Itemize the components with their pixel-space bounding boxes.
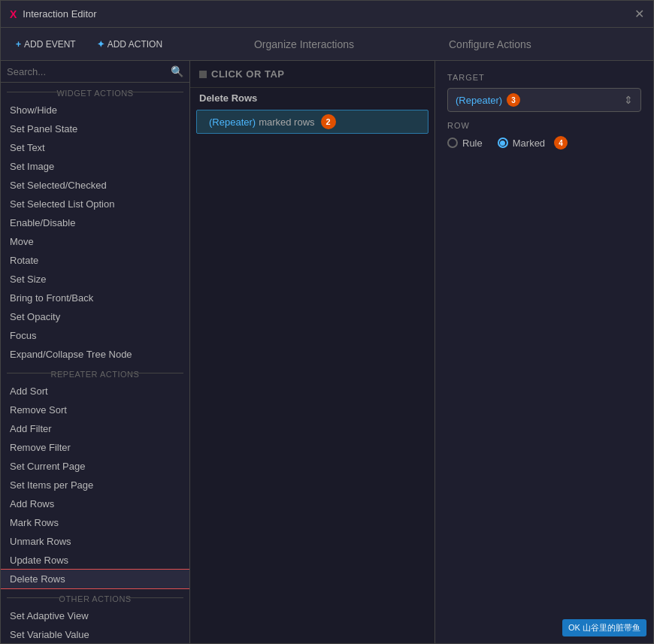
target-badge: 3 xyxy=(507,93,520,107)
action-sub-row[interactable]: (Repeater) marked rows 2 xyxy=(196,110,428,134)
add-action-plus-icon: ✦ xyxy=(97,39,104,50)
radio-rule-circle xyxy=(447,138,458,148)
search-bar: 🔍 xyxy=(1,61,189,83)
app-icon: X xyxy=(10,8,17,20)
action-set-image[interactable]: Set Image xyxy=(1,157,189,176)
action-unmark-rows[interactable]: Unmark Rows xyxy=(1,532,189,551)
radio-marked-circle xyxy=(498,138,508,148)
interaction-event: CLICK OR TAP xyxy=(190,61,434,88)
action-enable-disable[interactable]: Enable/Disable xyxy=(1,213,189,232)
action-mark-rows[interactable]: Mark Rows xyxy=(1,513,189,532)
action-add-filter[interactable]: Add Filter xyxy=(1,419,189,438)
action-row-label: Delete Rows xyxy=(190,88,434,108)
action-set-text[interactable]: Set Text xyxy=(1,138,189,157)
organize-interactions-label: Organize Interactions xyxy=(174,38,434,50)
action-set-opacity[interactable]: Set Opacity xyxy=(1,307,189,326)
repeater-text: (Repeater) xyxy=(209,116,256,128)
add-action-button[interactable]: ✦ ADD ACTION xyxy=(88,35,171,54)
event-header: CLICK OR TAP xyxy=(199,68,425,80)
marked-badge: 4 xyxy=(554,136,568,150)
action-remove-sort[interactable]: Remove Sort xyxy=(1,401,189,419)
title-bar-left: X Interaction Editor xyxy=(10,8,97,20)
close-button[interactable]: ✕ xyxy=(634,8,644,20)
add-event-label: ADD EVENT xyxy=(24,39,76,50)
action-set-items-per-page[interactable]: Set Items per Page xyxy=(1,476,189,494)
action-step-badge: 2 xyxy=(321,114,336,129)
other-actions-header: OTHER ACTIONS xyxy=(1,588,189,606)
window-title: Interaction Editor xyxy=(23,8,96,20)
select-arrows-icon: ⇕ xyxy=(624,94,633,106)
radio-rule[interactable]: Rule xyxy=(447,136,483,150)
action-bring-to-front-back[interactable]: Bring to Front/Back xyxy=(1,289,189,307)
target-select[interactable]: (Repeater) 3 ⇕ xyxy=(447,88,641,112)
configure-actions-label: Configure Actions xyxy=(437,38,647,50)
search-icon: 🔍 xyxy=(171,65,183,77)
action-rotate[interactable]: Rotate xyxy=(1,251,189,270)
watermark: OK 山谷里的脏带鱼 xyxy=(562,619,646,636)
action-set-adaptive-view[interactable]: Set Adaptive View xyxy=(1,606,189,625)
action-focus[interactable]: Focus xyxy=(1,326,189,345)
window: X Interaction Editor ✕ + ADD EVENT ✦ ADD… xyxy=(0,0,654,644)
action-add-rows[interactable]: Add Rows xyxy=(1,494,189,513)
right-panel: TARGET (Repeater) 3 ⇕ ROW Rule Marked 4 xyxy=(435,61,653,643)
left-panel: 🔍 WIDGET ACTIONS Show/Hide Set Panel Sta… xyxy=(1,61,190,643)
actions-list: WIDGET ACTIONS Show/Hide Set Panel State… xyxy=(1,83,189,643)
action-move[interactable]: Move xyxy=(1,232,189,251)
search-input[interactable] xyxy=(7,66,168,77)
add-event-plus-icon: + xyxy=(16,39,21,50)
row-label: ROW xyxy=(447,121,641,130)
repeater-actions-header: REPEATER ACTIONS xyxy=(1,364,189,382)
event-label: CLICK OR TAP xyxy=(211,68,284,80)
action-set-variable-value[interactable]: Set Variable Value xyxy=(1,625,189,643)
action-remove-filter[interactable]: Remove Filter xyxy=(1,438,189,457)
action-show-hide[interactable]: Show/Hide xyxy=(1,101,189,119)
radio-rule-label: Rule xyxy=(462,138,483,149)
title-bar: X Interaction Editor ✕ xyxy=(1,1,653,28)
event-square-icon xyxy=(199,71,207,78)
add-event-button[interactable]: + ADD EVENT xyxy=(7,35,85,54)
radio-marked[interactable]: Marked 4 xyxy=(498,136,568,150)
action-set-current-page[interactable]: Set Current Page xyxy=(1,457,189,476)
action-expand-collapse-tree-node[interactable]: Expand/Collapse Tree Node xyxy=(1,345,189,364)
toolbar: + ADD EVENT ✦ ADD ACTION Organize Intera… xyxy=(1,28,653,61)
widget-actions-header: WIDGET ACTIONS xyxy=(1,83,189,101)
action-delete-rows[interactable]: Delete Rows xyxy=(1,570,189,588)
action-update-rows[interactable]: Update Rows xyxy=(1,551,189,570)
action-set-selected-list-option[interactable]: Set Selected List Option xyxy=(1,195,189,213)
main-content: 🔍 WIDGET ACTIONS Show/Hide Set Panel Sta… xyxy=(1,61,653,643)
target-repeater-text: (Repeater) xyxy=(456,95,502,106)
action-set-size[interactable]: Set Size xyxy=(1,270,189,289)
target-select-text: (Repeater) 3 xyxy=(456,93,520,107)
target-label: TARGET xyxy=(447,73,641,82)
action-set-panel-state[interactable]: Set Panel State xyxy=(1,119,189,138)
radio-marked-label: Marked xyxy=(513,138,545,149)
action-set-selected-checked[interactable]: Set Selected/Checked xyxy=(1,176,189,195)
row-options: Rule Marked 4 xyxy=(447,136,641,150)
action-add-sort[interactable]: Add Sort xyxy=(1,382,189,401)
middle-panel: CLICK OR TAP Delete Rows (Repeater) mark… xyxy=(190,61,435,643)
add-action-label: ADD ACTION xyxy=(107,39,162,50)
rest-text: marked rows xyxy=(259,116,314,128)
